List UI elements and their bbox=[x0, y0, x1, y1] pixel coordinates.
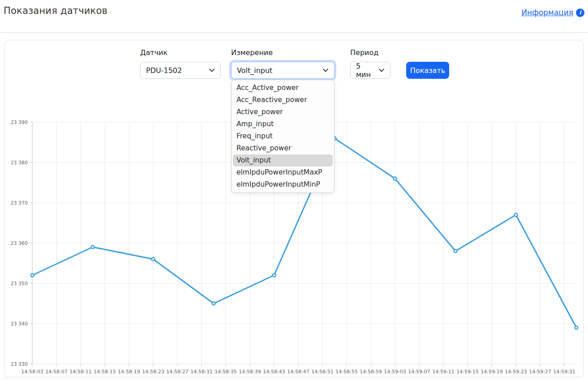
x-tick-label: 14:59:19 bbox=[481, 369, 502, 375]
y-tick-label: 23 340 bbox=[11, 321, 28, 327]
x-tick-label: 14:58:23 bbox=[142, 369, 164, 375]
measurement-option[interactable]: Acc_Active_power bbox=[233, 82, 333, 94]
x-tick-label: 14:59:07 bbox=[408, 369, 430, 375]
x-tick-label: 14:59:27 bbox=[529, 369, 551, 375]
measurement-option[interactable]: Reactive_power bbox=[233, 142, 333, 154]
x-tick-label: 14:58:07 bbox=[45, 369, 67, 375]
x-tick-label: 14:58:59 bbox=[360, 369, 382, 375]
data-point[interactable] bbox=[212, 302, 215, 305]
x-tick-label: 14:58:43 bbox=[263, 369, 285, 375]
show-button[interactable]: Показать bbox=[406, 62, 449, 79]
y-tick-label: 23 380 bbox=[11, 160, 28, 166]
measurement-option[interactable]: elmIpduPowerInputMaxP bbox=[233, 167, 333, 179]
measurement-dropdown-list: Acc_Active_powerAcc_Reactive_powerActive… bbox=[231, 80, 335, 193]
x-tick-label: 14:58:27 bbox=[166, 369, 188, 375]
x-tick-label: 14:58:47 bbox=[287, 369, 309, 375]
x-tick-label: 14:58:19 bbox=[118, 369, 140, 375]
y-tick-label: 23 350 bbox=[11, 281, 28, 286]
info-icon[interactable]: i bbox=[576, 9, 584, 17]
data-point[interactable] bbox=[91, 246, 94, 249]
chevron-down-icon bbox=[322, 67, 329, 73]
y-tick-label: 23 330 bbox=[11, 361, 28, 367]
chevron-down-icon bbox=[378, 67, 385, 73]
y-tick-label: 23 390 bbox=[11, 120, 28, 125]
x-tick-label: 14:58:03 bbox=[21, 369, 43, 375]
measurement-option[interactable]: elmIpduPowerInputMinP bbox=[233, 179, 333, 191]
info-link-label[interactable]: Информация bbox=[521, 8, 573, 17]
data-point[interactable] bbox=[575, 326, 578, 329]
period-select[interactable]: 5 мин bbox=[350, 62, 391, 79]
info-link[interactable]: Информация i bbox=[521, 8, 584, 17]
period-select-value: 5 мин bbox=[356, 62, 375, 79]
x-tick-label: 14:58:15 bbox=[94, 369, 116, 375]
measurement-option[interactable]: Acc_Reactive_power bbox=[233, 94, 333, 106]
x-tick-label: 14:58:31 bbox=[190, 369, 212, 375]
x-tick-label: 14:59:15 bbox=[456, 369, 478, 375]
sensor-select-label: Датчик bbox=[140, 48, 167, 57]
chevron-down-icon bbox=[209, 67, 215, 73]
data-point[interactable] bbox=[152, 258, 155, 261]
x-tick-label: 14:59:03 bbox=[384, 369, 406, 375]
data-point[interactable] bbox=[515, 213, 518, 217]
data-point[interactable] bbox=[394, 177, 397, 180]
header-divider bbox=[0, 32, 588, 33]
x-tick-label: 14:58:11 bbox=[69, 369, 91, 375]
measurement-select[interactable]: Volt_input bbox=[231, 62, 335, 79]
measurement-select-value: Volt_input bbox=[237, 66, 272, 75]
measurement-select-label: Измерение bbox=[231, 48, 273, 57]
x-tick-label: 14:59:31 bbox=[553, 369, 575, 375]
measurement-option[interactable]: Volt_input bbox=[233, 154, 333, 167]
measurement-option[interactable]: Active_power bbox=[233, 106, 333, 118]
measurement-option[interactable]: Freq_input bbox=[233, 130, 333, 142]
measurement-option[interactable]: Amp_input bbox=[233, 118, 333, 130]
chart-card: Датчик Измерение Период PDU-1502 Volt_in… bbox=[4, 40, 584, 377]
data-point[interactable] bbox=[273, 274, 276, 277]
x-tick-label: 14:58:39 bbox=[239, 369, 261, 375]
page-title: Показания датчиков bbox=[4, 5, 107, 16]
x-tick-label: 14:58:35 bbox=[215, 369, 236, 375]
data-point[interactable] bbox=[454, 250, 457, 253]
period-select-label: Период bbox=[350, 48, 378, 57]
sensor-select-value: PDU-1502 bbox=[146, 66, 182, 75]
sensor-select[interactable]: PDU-1502 bbox=[140, 62, 221, 79]
x-tick-label: 14:58:51 bbox=[311, 369, 333, 375]
x-tick-label: 14:59:23 bbox=[505, 369, 527, 375]
x-tick-label: 14:58:55 bbox=[335, 369, 357, 375]
y-tick-label: 23 370 bbox=[11, 200, 28, 206]
y-tick-label: 23 360 bbox=[11, 240, 28, 246]
x-tick-label: 14:59:11 bbox=[432, 369, 454, 375]
data-point[interactable] bbox=[31, 274, 34, 277]
